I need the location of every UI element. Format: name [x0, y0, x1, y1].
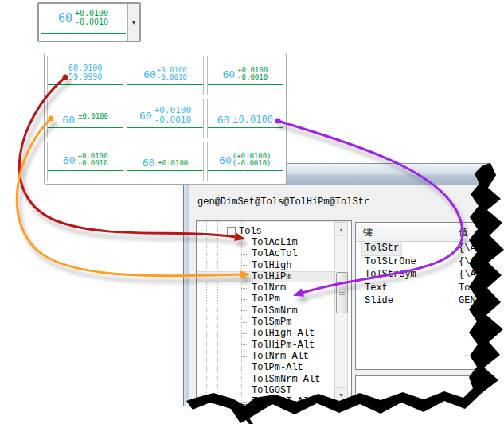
lower-tolerance: -0.0010	[78, 160, 108, 168]
collapse-minus-icon[interactable]	[227, 227, 236, 235]
kv-row-list: TolStr {\AO;{ TolStrOne {\AO;{( TolStrSy…	[356, 242, 496, 308]
nominal-value: 60	[58, 13, 72, 25]
scrollbar-thumb[interactable]	[336, 272, 348, 313]
kv-key: Text	[362, 282, 390, 295]
tree-item[interactable]: TolHigh	[197, 260, 335, 271]
kv-key: TolStrSym	[362, 268, 419, 282]
tree-item[interactable]: TolSmNrm	[197, 305, 335, 317]
format-cell-symmetric-inline[interactable]: 60 ±0.0100	[207, 99, 283, 138]
kv-value: Toleran	[459, 282, 497, 295]
tolerance-preview-combobox[interactable]: 60 +0.0100 -0.0010 ▾	[37, 2, 141, 42]
kv-value: {\AO;{(	[459, 255, 497, 269]
limit-lower: 59.9990	[68, 73, 102, 82]
tree-item[interactable]: TolSmNrm-Alt	[197, 374, 335, 385]
kv-row[interactable]: Text Toleran	[356, 282, 496, 295]
lower-tolerance: -0.0010	[154, 115, 191, 125]
tree-item[interactable]: TolPm	[197, 294, 335, 305]
tree-item[interactable]: TolGOST-Alt	[197, 396, 335, 405]
dimension-preview: 60 +0.0100 -0.0010	[39, 4, 127, 41]
kv-value: {\AO;	[459, 268, 487, 282]
kv-row[interactable]: TolStrOne {\AO;{(	[356, 255, 496, 269]
screenshot-stage: gen@DimSet@Tols@TolHiPm@TolStr Tols TolA…	[0, 0, 504, 424]
tree-item-list: TolAcLim TolAcTol TolHigh TolHiPm TolNrm…	[197, 237, 335, 405]
format-cell-deviation-green[interactable]: 60 +0.0100 -0.0010	[207, 56, 283, 95]
tree-item[interactable]: TolAcTol	[197, 248, 335, 259]
format-cell-deviation-parens[interactable]: 60 (+0.0100) (-0.0010)	[207, 142, 283, 181]
kv-header-row: 键 值	[356, 223, 496, 242]
tree-item[interactable]: TolAcLim	[197, 237, 335, 248]
key-value-panel: 键 值 TolStr {\AO;{ TolStrOne {\AO;{( TolS…	[355, 222, 497, 370]
scroll-up-icon[interactable]: ▲	[335, 223, 347, 236]
dialog-frame-edge	[184, 185, 189, 406]
format-cell-symmetric-green[interactable]: 60 ±0.0100	[127, 142, 203, 181]
tolerance-format-gallery: 60.0100 59.9990 60 +0.0100 -0.0010 60 +0…	[44, 53, 287, 185]
key-column-header[interactable]: 键	[363, 226, 373, 239]
chevron-down-icon: ▾	[132, 19, 135, 26]
kv-row[interactable]: TolStr {\AO;{	[356, 242, 496, 255]
tree-scrollbar[interactable]: ▲ ▼	[334, 222, 348, 402]
dimension-line	[48, 170, 123, 172]
kv-row[interactable]: TolStrSym {\AO;	[356, 268, 496, 282]
dimension-line	[127, 170, 202, 172]
kv-key: TolStrOne	[362, 255, 419, 269]
scrollbar-grip-icon	[339, 290, 345, 296]
kv-key: TolStr	[362, 242, 401, 255]
format-cell-limits[interactable]: 60.0100 59.9990	[47, 56, 123, 95]
tree-item[interactable]: TolGOST	[197, 385, 335, 396]
nominal-value: 60	[217, 115, 230, 125]
tree-root-label: Tols	[239, 226, 262, 237]
tree-item[interactable]: TolNrm-Alt	[197, 351, 335, 362]
nominal-value: 60	[63, 155, 76, 165]
tree-item[interactable]: TolNrm	[197, 282, 335, 294]
nominal-value: 60	[62, 115, 75, 125]
dialog-path-label: gen@DimSet@Tols@TolHiPm@TolStr	[197, 196, 369, 208]
nominal-value: 60	[223, 69, 236, 80]
symmetric-tolerance: ±0.0100	[158, 159, 188, 167]
dimension-line	[127, 127, 202, 129]
lower-tolerance: -0.0010	[237, 74, 268, 82]
tolerance-tree-panel: Tols TolAcLim TolAcTol TolHigh TolHiPm T…	[196, 220, 352, 405]
lower-tolerance: (-0.0010)	[232, 160, 272, 168]
tree-root-node[interactable]: Tols	[227, 225, 262, 237]
dimension-line	[48, 84, 123, 86]
nominal-value: 60	[219, 155, 232, 165]
description-panel	[355, 375, 497, 407]
format-cell-deviation-cyan-tight[interactable]: 60 +0.0100 -0.0010	[127, 56, 203, 95]
nominal-value: 60	[139, 111, 152, 121]
dimension-line	[48, 127, 123, 129]
kv-row[interactable]: Slide GENTOL	[356, 294, 496, 308]
kv-value: {\AO;{	[459, 242, 493, 255]
tree-item[interactable]: TolSmPm	[197, 317, 335, 328]
tree-item[interactable]: TolHiPm	[197, 271, 335, 282]
format-cell-deviation-cyan-large[interactable]: 60 +0.0100 -0.0010	[127, 99, 203, 138]
tree-item[interactable]: TolHiPm-Alt	[197, 340, 335, 351]
dimension-line	[41, 33, 126, 34]
nominal-value: 60	[143, 158, 155, 168]
symmetric-tolerance: ±0.0100	[232, 114, 273, 125]
symmetric-tolerance: ±0.0100	[78, 112, 108, 120]
scroll-down-icon[interactable]: ▼	[335, 387, 347, 401]
lower-tolerance: -0.0010	[157, 74, 187, 82]
tolerance-stack: +0.0100 -0.0010	[75, 10, 108, 27]
dropdown-button[interactable]: ▾	[127, 4, 139, 41]
format-cell-symmetric-sup[interactable]: 60 ±0.0100	[47, 99, 123, 138]
format-cell-deviation-green-2[interactable]: 60 +0.0100 -0.0010	[47, 142, 123, 181]
dimension-line	[208, 84, 283, 86]
dimension-line	[208, 127, 283, 129]
tree-item[interactable]: TolHigh-Alt	[197, 328, 335, 339]
kv-key: Slide	[362, 294, 396, 308]
tree-item[interactable]: TolPm-Alt	[197, 362, 335, 373]
lower-tolerance: -0.0010	[75, 18, 108, 27]
value-column-header[interactable]: 值	[459, 226, 468, 239]
tear-crack	[236, 405, 253, 424]
dimension-line	[208, 170, 283, 172]
kv-value: GENTOL	[459, 294, 493, 308]
dimension-line	[127, 84, 202, 86]
nominal-value: 60	[143, 69, 156, 80]
